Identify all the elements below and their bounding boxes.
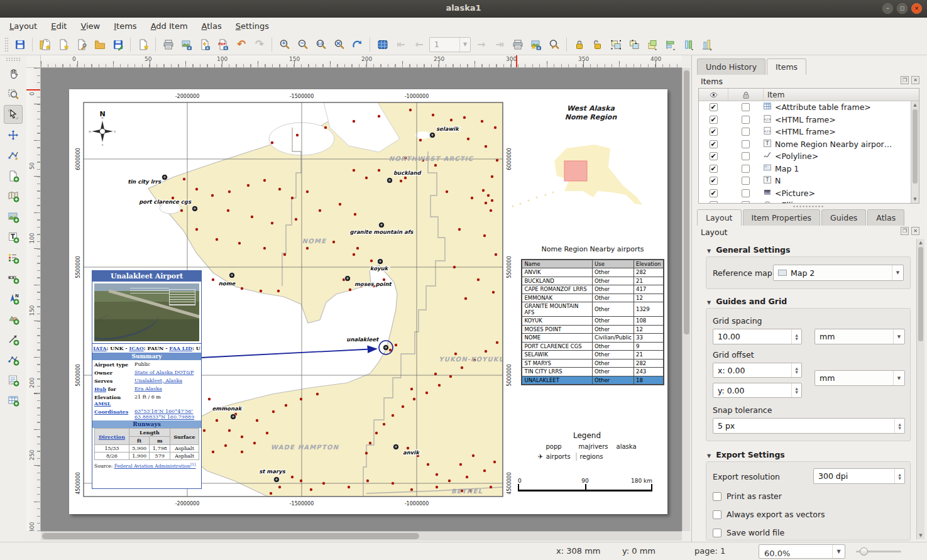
tab-layout[interactable]: Layout [697,209,742,226]
infobox-link[interactable]: 63.88833°N 160.79889 [134,414,194,420]
items-row-nome-region-nearby-airpor[interactable]: ✔TNome Region Nearby airpor… [699,138,919,151]
chevron-down-icon[interactable]: ▼ [459,38,470,52]
grid-offset-unit-combobox[interactable]: mm▼ [815,370,905,386]
zoom-full-button[interactable] [330,35,348,53]
horizontal-scrollbar[interactable] [41,531,682,541]
lock-checkbox[interactable] [742,152,750,160]
atlas-last-button[interactable]: ⇥ [490,35,508,53]
lock-checkbox[interactable] [742,103,750,111]
print-button[interactable] [159,35,177,53]
infobox-link[interactable]: AMSL [94,400,111,407]
items-row-html-frame[interactable]: ✔</><HTML frame> [699,114,919,126]
menu-atlas[interactable]: Atlas [195,19,229,33]
float-panel-icon[interactable]: ❐ [901,76,909,84]
add-map-tool[interactable] [4,187,23,206]
add-node-item-tool[interactable] [4,350,23,369]
menu-edit[interactable]: Edit [44,19,74,33]
spin-arrows[interactable]: ▲▼ [894,469,904,483]
ungroup-items-button[interactable] [625,35,643,53]
minimize-button[interactable]: – [882,3,893,14]
infobox-link[interactable]: [1] [190,463,196,469]
visibility-checkbox[interactable]: ✔ [710,152,718,160]
undo-button[interactable]: ↶ [232,35,250,53]
atlas-preview-button[interactable] [373,35,392,53]
grid-spacing-unit-combobox[interactable]: mm▼ [815,329,905,344]
tab-atlas[interactable]: Atlas [867,209,904,226]
items-row-picture[interactable]: ✔<Picture> [699,187,919,200]
chevron-down-icon[interactable]: ▼ [892,265,903,280]
redo-button[interactable]: ↷ [250,35,268,53]
lock-checkbox[interactable] [742,116,750,124]
reference-map-combobox[interactable]: Map 2▼ [773,265,904,281]
pan-tool[interactable] [4,64,23,83]
new-item-from-template-button[interactable] [134,35,152,53]
layout-manager-button[interactable] [72,35,91,53]
lock-checkbox[interactable] [742,201,750,204]
zoom-out-button[interactable]: − [293,35,312,53]
zoom-actual-button[interactable]: 1:1 [312,35,330,53]
print-atlas-button[interactable] [508,35,527,53]
save-template-button[interactable] [109,35,127,53]
menu-layout[interactable]: Layout [3,19,44,33]
panel-splitter[interactable] [793,205,824,208]
menu-add-item[interactable]: Add Item [144,19,195,33]
menu-items[interactable]: Items [107,19,143,33]
add-legend-tool[interactable] [4,248,23,267]
scrollbar-thumb[interactable] [684,70,689,334]
section-export-settings[interactable]: ▼Export Settings [707,450,785,459]
airport-infobox-html-frame[interactable]: Unalakleet Airport IATA: UNK - ICAO: PAU… [92,270,202,489]
tab-item-properties[interactable]: Item Properties [743,209,821,226]
infobox-link[interactable]: 63°53′18″N 160°47′56″ [134,409,193,414]
add-arrow-tool[interactable] [4,330,23,349]
move-item-content-tool[interactable] [4,126,23,145]
legend-item[interactable]: Legend popp✈airportsmajriversregionsalas… [517,431,657,460]
add-shape-tool[interactable] [4,309,23,328]
items-row-polyline[interactable]: ✔<Polyline> [699,150,919,163]
layout-panel-scrollbar[interactable]: ▲▼ [916,239,924,539]
checkbox-box[interactable] [713,492,721,501]
visibility-checkbox[interactable]: ✔ [710,177,718,185]
add-page-tool[interactable] [4,167,23,185]
lock-checkbox[interactable] [742,128,750,136]
add-scalebar-tool[interactable] [4,268,23,287]
close-panel-icon[interactable]: ✕ [911,76,919,84]
atlas-feature-number-combobox[interactable]: 1▼ [429,37,471,52]
tab-items[interactable]: Items [767,58,806,75]
zoom-slider-knob[interactable] [860,547,868,556]
duplicate-layout-button[interactable] [54,35,72,53]
section-general-settings[interactable]: ▼General Settings [707,245,791,255]
visibility-checkbox[interactable]: ✔ [710,165,718,173]
snap-tolerance-spinbox[interactable]: 5 px▲▼ [713,418,905,434]
export-pdf-button[interactable]: PDF [214,35,232,53]
group-items-button[interactable] [606,35,625,53]
items-row-html-frame[interactable]: ✔</><HTML frame> [699,126,919,138]
grid-offset-y-spinbox[interactable]: y: 0.00▲▼ [713,383,802,398]
scrollbar-thumb[interactable] [42,533,419,539]
visibility-checkbox[interactable]: ✔ [710,189,718,197]
checkbox-box[interactable] [713,510,721,519]
grid-spacing-spinbox[interactable]: 10.00▲▼ [713,329,802,344]
lock-checkbox[interactable] [742,140,750,148]
menu-settings[interactable]: Settings [229,19,276,33]
items-row-ellipse[interactable]: ✔<Ellipse> [699,199,919,204]
add-html-frame-tool[interactable]: </> [4,371,23,390]
visibility-checkbox[interactable]: ✔ [710,201,718,204]
toolbar-grip[interactable] [4,37,9,52]
refresh-button[interactable] [348,35,366,53]
spin-arrows[interactable]: ▲▼ [791,383,801,397]
toolbox-grip[interactable] [6,57,21,62]
grid-offset-x-spinbox[interactable]: x: 0.00▲▼ [713,363,802,378]
zoom-in-button[interactable]: + [275,35,293,53]
tab-guides[interactable]: Guides [821,209,866,226]
visibility-checkbox[interactable]: ✔ [710,103,718,111]
add-attribute-table-tool[interactable] [4,391,23,410]
atlas-first-button[interactable]: ⇤ [392,35,410,53]
items-row-n[interactable]: ✔TN [699,175,919,187]
infobox-link[interactable]: Coordinates [94,409,128,415]
float-panel-icon[interactable]: ❐ [901,227,909,235]
attribute-table-frame[interactable]: Nome Region Nearby airports NameUseEleva… [518,245,667,385]
lock-checkbox[interactable] [742,165,750,173]
unlock-items-button[interactable] [588,35,606,53]
spin-arrows[interactable]: ▲▼ [894,419,904,433]
vertical-scrollbar[interactable] [682,68,690,531]
